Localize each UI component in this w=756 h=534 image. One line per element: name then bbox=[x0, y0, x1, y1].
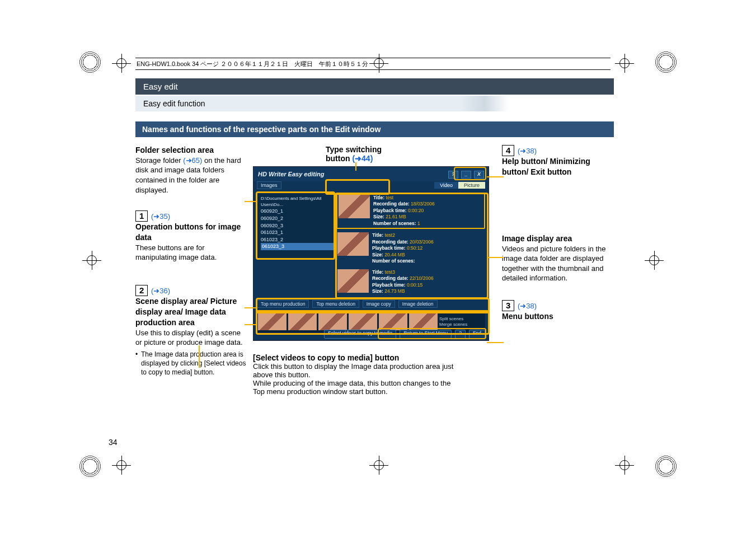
page-link[interactable]: (➜65) bbox=[183, 156, 202, 165]
image-area-title: Image display area bbox=[502, 233, 614, 244]
scene-area-title: Scene display area/ Picture display area… bbox=[135, 296, 247, 328]
folder-item[interactable]: 060920_1 bbox=[261, 208, 334, 215]
op-button[interactable]: Image copy bbox=[363, 300, 395, 308]
thumbnail bbox=[337, 232, 369, 256]
window-titlebar: HD Writer Easy editing ? _ X bbox=[253, 167, 489, 181]
help-button[interactable]: ? bbox=[448, 171, 458, 179]
select-button-caption-title: [Select videos to copy to media] button bbox=[253, 353, 496, 362]
page-link[interactable]: (➜38) bbox=[518, 302, 537, 310]
type-picture-tab[interactable]: Picture bbox=[458, 182, 485, 189]
folder-item[interactable]: 061023_2 bbox=[261, 236, 334, 243]
merge-button[interactable]: Merge scenes bbox=[439, 322, 484, 327]
text: button bbox=[326, 154, 352, 163]
text: Storage folder bbox=[135, 156, 183, 165]
op-buttons-text: These buttons are for manipulating image… bbox=[135, 243, 247, 263]
op-button[interactable]: Image deletion bbox=[398, 300, 438, 308]
scene-side-buttons: Split scenes Merge scenes bbox=[439, 316, 484, 327]
page-link[interactable]: (➜35) bbox=[151, 212, 170, 221]
section-subtitle: Easy edit function bbox=[135, 96, 614, 111]
page-link[interactable]: (➜44) bbox=[352, 154, 373, 163]
q-button[interactable]: ? bbox=[455, 330, 466, 339]
return-start-button[interactable]: Return to Start Menu bbox=[400, 330, 452, 339]
item-meta: Title: test Recording date: 18/03/2006 P… bbox=[373, 195, 435, 227]
folder-tree[interactable]: D:\Documents and Settings\All Users\Do..… bbox=[257, 193, 337, 260]
scene-cell[interactable] bbox=[318, 313, 347, 330]
align-target-icon bbox=[615, 54, 634, 73]
leader-line bbox=[199, 345, 200, 368]
folder-path: D:\Documents and Settings\All Users\Do..… bbox=[261, 195, 334, 208]
print-header: ENG-HDW1.0.book 34 ページ ２００６年１１月２１日 火曜日 午… bbox=[135, 58, 611, 70]
leader-line bbox=[355, 162, 356, 171]
leader-line bbox=[487, 342, 504, 343]
select-videos-button[interactable]: Select videos to copy to media bbox=[324, 330, 396, 339]
reg-mark-icon bbox=[78, 455, 102, 478]
list-item[interactable]: Title: test Recording date: 18/03/2006 P… bbox=[336, 193, 485, 229]
leader-line bbox=[487, 257, 504, 258]
align-target-icon bbox=[112, 456, 131, 475]
page-link[interactable]: (➜36) bbox=[151, 287, 170, 295]
folder-item-selected[interactable]: 061023_3 bbox=[261, 243, 334, 250]
reg-mark-icon bbox=[78, 50, 102, 74]
leader-line bbox=[245, 201, 257, 202]
leader-line bbox=[245, 307, 257, 308]
minimize-button[interactable]: _ bbox=[461, 171, 471, 179]
scene-cell[interactable] bbox=[379, 313, 407, 330]
help-buttons-title: Help button/ Minimizing button/ Exit but… bbox=[502, 156, 614, 177]
left-column: Folder selection area Storage folder (➜6… bbox=[135, 145, 247, 377]
close-button[interactable]: X bbox=[474, 171, 484, 179]
folder-item[interactable]: 061023_1 bbox=[261, 229, 334, 236]
callout-number-2: 2 bbox=[135, 285, 148, 296]
window-title: HD Writer Easy editing bbox=[258, 171, 324, 177]
text: Type switching bbox=[326, 145, 382, 154]
folder-item[interactable]: 060920_2 bbox=[261, 215, 334, 222]
callout-number-1: 1 bbox=[135, 210, 148, 222]
list-item[interactable]: Title: test3 Recording date: 22/10/2006 … bbox=[336, 268, 485, 293]
right-column: 4 (➜38) Help button/ Minimizing button/ … bbox=[502, 145, 614, 322]
align-target-icon bbox=[112, 54, 131, 73]
section-heading: Names and functions of the respective pa… bbox=[135, 121, 614, 137]
op-buttons-bar: Top menu production Top menu deletion Im… bbox=[257, 299, 485, 309]
app-window: HD Writer Easy editing ? _ X Images Vide… bbox=[253, 166, 489, 341]
page-number: 34 bbox=[109, 438, 118, 447]
scene-cell[interactable] bbox=[258, 313, 287, 330]
leader-line bbox=[245, 324, 257, 325]
scene-cell[interactable] bbox=[409, 313, 438, 330]
item-meta: Title: test3 Recording date: 22/10/2006 … bbox=[372, 269, 434, 293]
reg-mark-icon bbox=[654, 455, 678, 478]
end-button[interactable]: End bbox=[469, 330, 485, 339]
type-switch[interactable]: Video Picture bbox=[434, 182, 485, 189]
manual-page: ENG-HDW1.0.book 34 ページ ２００６年１１月２１日 火曜日 午… bbox=[0, 0, 756, 534]
align-target-icon bbox=[369, 456, 388, 475]
list-item[interactable]: Title: test2 Recording date: 20/03/2006 … bbox=[336, 231, 485, 265]
type-switch-label: Type switching button (➜44) bbox=[326, 145, 496, 163]
align-target-icon bbox=[645, 251, 664, 270]
align-target-icon bbox=[615, 456, 634, 475]
item-meta: Title: test2 Recording date: 20/03/2006 … bbox=[372, 232, 434, 264]
menu-buttons-title: Menu buttons bbox=[502, 311, 614, 322]
callout-number-4: 4 bbox=[502, 145, 514, 156]
folder-area-text: Storage folder (➜65) on the hard disk an… bbox=[135, 156, 247, 195]
select-button-caption-body: Click this button to display the Image d… bbox=[253, 362, 460, 396]
callout-number-3: 3 bbox=[502, 300, 514, 311]
split-button[interactable]: Split scenes bbox=[439, 316, 484, 322]
toolbar-images-label[interactable]: Images bbox=[257, 181, 281, 189]
leader-line bbox=[487, 176, 504, 177]
thumbnail bbox=[339, 195, 370, 218]
section-tab: Easy edit bbox=[135, 78, 614, 95]
type-video-tab[interactable]: Video bbox=[434, 182, 458, 189]
op-button[interactable]: Top menu deletion bbox=[312, 300, 359, 308]
image-list: Title: test Recording date: 18/03/2006 P… bbox=[336, 193, 485, 293]
op-button[interactable]: Top menu production bbox=[257, 300, 309, 308]
align-target-icon bbox=[82, 251, 101, 270]
op-buttons-title: Operation buttons for image data bbox=[135, 222, 247, 243]
page-content: Easy edit Easy edit function Names and f… bbox=[135, 78, 614, 436]
reg-mark-icon bbox=[654, 50, 678, 74]
scene-cell[interactable] bbox=[288, 313, 317, 330]
scene-cell[interactable] bbox=[349, 313, 377, 330]
image-area-text: Videos and picture folders in the image … bbox=[502, 244, 614, 283]
folder-area-title: Folder selection area bbox=[135, 145, 247, 156]
center-column: Type switching button (➜44) HD Writer Ea… bbox=[253, 145, 496, 396]
page-link[interactable]: (➜38) bbox=[518, 147, 537, 155]
folder-item[interactable]: 060920_3 bbox=[261, 222, 334, 229]
thumbnail bbox=[337, 269, 369, 293]
